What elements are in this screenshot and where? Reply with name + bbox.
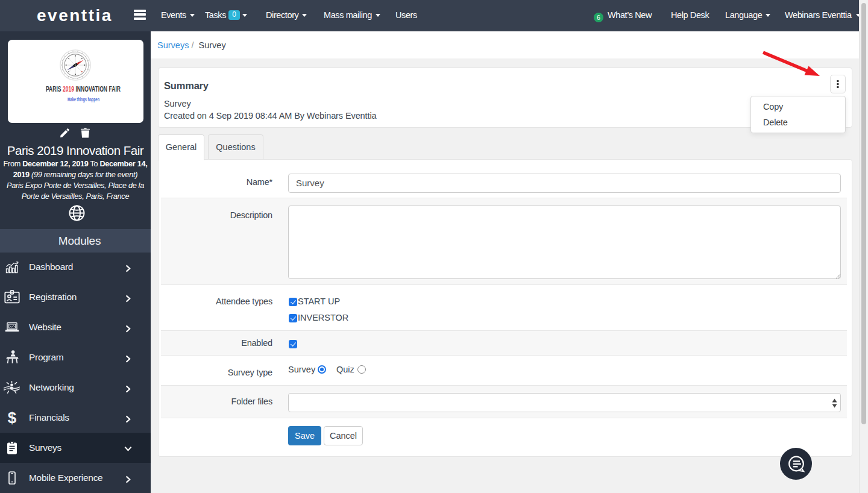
svg-text:Make things happen: Make things happen [68,96,99,102]
svg-text:PARIS 2019 INNOVATION FAIR: PARIS 2019 INNOVATION FAIR [46,85,121,93]
